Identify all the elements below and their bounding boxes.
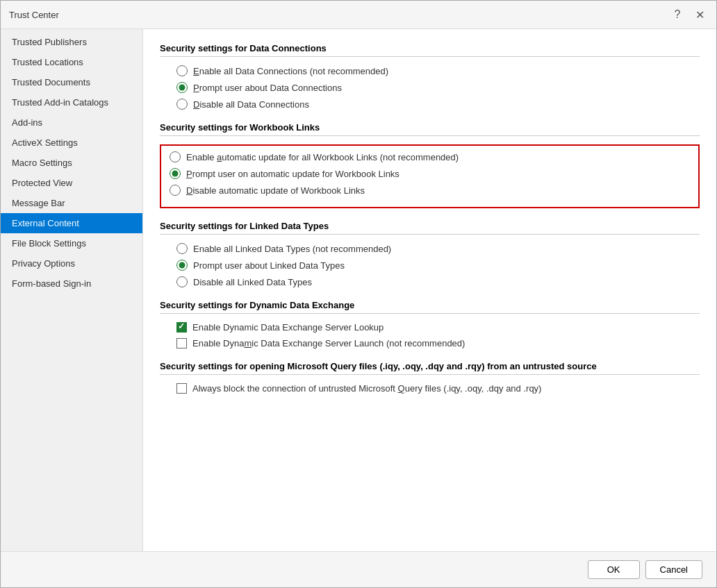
dc-disable-all-item: Disable all Data Connections: [176, 99, 700, 110]
mq-block-label[interactable]: Always block the connection of untrusted…: [192, 383, 541, 394]
dc-disable-all-label[interactable]: Disable all Data Connections: [193, 99, 309, 110]
microsoft-query-checkbox-group: Always block the connection of untrusted…: [160, 383, 700, 394]
dialog-footer: OK Cancel: [1, 551, 716, 587]
sidebar-item-external-content[interactable]: External Content: [1, 213, 142, 233]
dde-server-launch-label[interactable]: Enable Dynamic Data Exchange Server Laun…: [192, 338, 465, 348]
dde-server-launch-checkbox[interactable]: [176, 338, 187, 348]
linked-data-types-title: Security settings for Linked Data Types: [160, 221, 700, 231]
dc-enable-all-item: Enable all Data Connections (not recomme…: [176, 65, 700, 76]
workbook-links-title: Security settings for Workbook Links: [160, 122, 700, 133]
trust-center-dialog: Trust Center ? ✕ Trusted Publishers Trus…: [0, 0, 717, 588]
data-connections-section: Security settings for Data Connections E…: [160, 43, 700, 110]
help-button[interactable]: ?: [669, 6, 686, 23]
ldt-disable-all-radio[interactable]: [176, 276, 188, 287]
ldt-prompt-radio[interactable]: [176, 260, 188, 271]
data-connections-divider: [160, 56, 700, 57]
dc-enable-all-label[interactable]: Enable all Data Connections (not recomme…: [193, 66, 388, 76]
sidebar-item-activex-settings[interactable]: ActiveX Settings: [1, 133, 142, 153]
sidebar-item-trusted-add-in-catalogs[interactable]: Trusted Add-in Catalogs: [1, 92, 142, 112]
dde-server-lookup-item: Enable Dynamic Data Exchange Server Look…: [176, 322, 700, 333]
dc-prompt-item: Prompt user about Data Connections: [176, 82, 700, 93]
wl-prompt-label[interactable]: Prompt user on automatic update for Work…: [186, 169, 399, 179]
dynamic-data-exchange-divider: [160, 313, 700, 314]
wl-disable-auto-radio[interactable]: [170, 185, 181, 196]
dde-server-lookup-label[interactable]: Enable Dynamic Data Exchange Server Look…: [192, 322, 384, 333]
dialog-title: Trust Center: [9, 10, 59, 20]
ldt-disable-all-item: Disable all Linked Data Types: [176, 276, 700, 287]
title-bar-controls: ? ✕: [669, 6, 708, 23]
wl-enable-auto-radio[interactable]: [170, 151, 181, 162]
linked-data-types-section: Security settings for Linked Data Types …: [160, 221, 700, 287]
microsoft-query-section: Security settings for opening Microsoft …: [160, 361, 700, 394]
linked-data-types-radio-group: Enable all Linked Data Types (not recomm…: [160, 243, 700, 287]
wl-prompt-item: Prompt user on automatic update for Work…: [170, 168, 690, 179]
ldt-prompt-item: Prompt user about Linked Data Types: [176, 260, 700, 271]
cancel-button[interactable]: Cancel: [645, 560, 702, 579]
sidebar-item-form-based-sign-in[interactable]: Form-based Sign-in: [1, 274, 142, 294]
mq-block-checkbox[interactable]: [176, 383, 187, 394]
dc-prompt-label[interactable]: Prompt user about Data Connections: [193, 83, 342, 93]
sidebar-item-file-block-settings[interactable]: File Block Settings: [1, 233, 142, 253]
sidebar-item-macro-settings[interactable]: Macro Settings: [1, 153, 142, 173]
wl-prompt-radio[interactable]: [170, 168, 181, 179]
close-button[interactable]: ✕: [691, 6, 708, 23]
dde-server-lookup-checkbox[interactable]: [176, 322, 187, 333]
sidebar: Trusted Publishers Trusted Locations Tru…: [1, 29, 143, 551]
dde-server-launch-item: Enable Dynamic Data Exchange Server Laun…: [176, 338, 700, 348]
wl-enable-auto-label[interactable]: Enable automatic update for all Workbook…: [186, 152, 459, 162]
dynamic-data-exchange-checkbox-group: Enable Dynamic Data Exchange Server Look…: [160, 322, 700, 348]
workbook-links-divider: [160, 135, 700, 136]
microsoft-query-title: Security settings for opening Microsoft …: [160, 361, 700, 371]
mq-block-item: Always block the connection of untrusted…: [176, 383, 700, 394]
ldt-enable-all-item: Enable all Linked Data Types (not recomm…: [176, 243, 700, 254]
workbook-links-section: Security settings for Workbook Links Ena…: [160, 122, 700, 208]
dc-disable-all-radio[interactable]: [176, 99, 188, 110]
main-content: Security settings for Data Connections E…: [143, 29, 716, 551]
ldt-prompt-label[interactable]: Prompt user about Linked Data Types: [193, 260, 345, 271]
sidebar-item-trusted-publishers[interactable]: Trusted Publishers: [1, 32, 142, 52]
sidebar-item-protected-view[interactable]: Protected View: [1, 173, 142, 193]
wl-enable-auto-item: Enable automatic update for all Workbook…: [170, 151, 690, 162]
sidebar-item-trusted-documents[interactable]: Trusted Documents: [1, 72, 142, 92]
dc-enable-all-radio[interactable]: [176, 65, 188, 76]
linked-data-types-divider: [160, 234, 700, 235]
title-bar: Trust Center ? ✕: [1, 1, 716, 29]
wl-disable-auto-item: Disable automatic update of Workbook Lin…: [170, 185, 690, 196]
ok-button[interactable]: OK: [588, 560, 640, 579]
dynamic-data-exchange-section: Security settings for Dynamic Data Excha…: [160, 300, 700, 348]
sidebar-item-privacy-options[interactable]: Privacy Options: [1, 253, 142, 274]
sidebar-item-message-bar[interactable]: Message Bar: [1, 193, 142, 213]
microsoft-query-divider: [160, 374, 700, 375]
ldt-disable-all-label[interactable]: Disable all Linked Data Types: [193, 277, 312, 287]
dynamic-data-exchange-title: Security settings for Dynamic Data Excha…: [160, 300, 700, 310]
sidebar-item-trusted-locations[interactable]: Trusted Locations: [1, 52, 142, 72]
data-connections-radio-group: Enable all Data Connections (not recomme…: [160, 65, 700, 110]
data-connections-title: Security settings for Data Connections: [160, 43, 700, 53]
wl-disable-auto-label[interactable]: Disable automatic update of Workbook Lin…: [186, 185, 365, 196]
sidebar-item-add-ins[interactable]: Add-ins: [1, 112, 142, 133]
ldt-enable-all-label[interactable]: Enable all Linked Data Types (not recomm…: [193, 244, 391, 254]
ldt-enable-all-radio[interactable]: [176, 243, 188, 254]
dc-prompt-radio[interactable]: [176, 82, 188, 93]
dialog-body: Trusted Publishers Trusted Locations Tru…: [1, 29, 716, 551]
workbook-links-highlighted-box: Enable automatic update for all Workbook…: [160, 144, 700, 208]
